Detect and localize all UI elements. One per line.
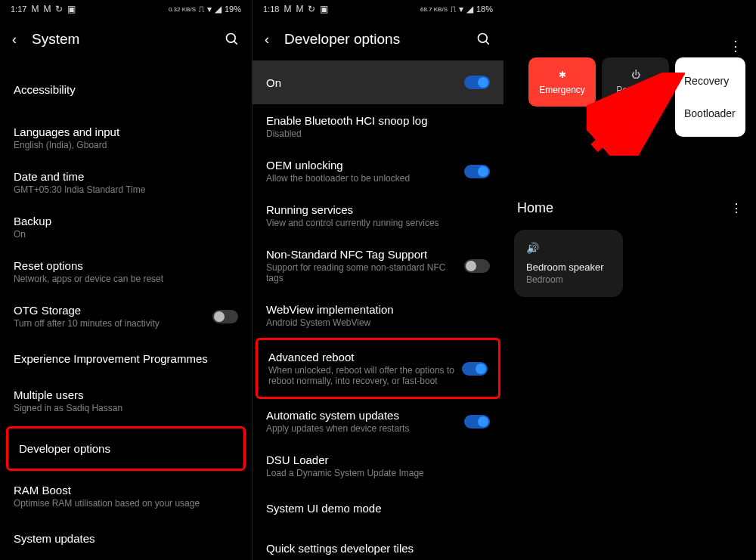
gmail-icon: M — [284, 4, 291, 14]
status-battery: 19% — [225, 5, 241, 14]
status-net: 68.7 KB/S — [420, 6, 448, 13]
developer-options-panel: 1:18 M M ↻ ▣ 68.7 KB/S ⎍ ▾ ◢ 18% ‹ Devel… — [252, 0, 503, 560]
row-ram-boost[interactable]: RAM Boost Optimise RAM utilisation based… — [0, 474, 252, 518]
system-settings-panel: 1:17 M M ↻ ▣ 0.32 KB/S ⎍ ▾ ◢ 19% ‹ Syste… — [0, 0, 252, 560]
oem-switch[interactable] — [464, 165, 490, 178]
page-title: System — [32, 31, 209, 48]
image-icon: ▣ — [320, 4, 328, 14]
svg-point-2 — [479, 34, 488, 43]
search-icon[interactable] — [225, 32, 240, 47]
svg-line-1 — [234, 42, 237, 45]
row-hci-snoop[interactable]: Enable Bluetooth HCI snoop log Disabled — [253, 104, 503, 149]
status-net: 0.32 KB/S — [169, 6, 196, 13]
row-otg-storage[interactable]: OTG Storage Turn off after 10 minutes of… — [0, 294, 252, 339]
row-auto-updates[interactable]: Automatic system updates Apply updates w… — [253, 399, 503, 444]
power-icon: ⏻ — [631, 70, 640, 80]
developer-master-switch[interactable]: On — [253, 60, 503, 104]
power-menu-row: ✱ Emergency ⏻ Power off Recovery Bootloa… — [503, 57, 745, 137]
nfc-switch[interactable] — [464, 259, 490, 273]
row-reset[interactable]: Reset options Network, apps or device ca… — [0, 249, 252, 294]
autoupdate-switch[interactable] — [464, 415, 490, 429]
svg-line-3 — [486, 42, 489, 45]
row-nfc-support[interactable]: Non-Standard NFC Tag Support Support for… — [253, 238, 503, 293]
row-system-updates[interactable]: System updates — [0, 518, 252, 555]
status-battery: 18% — [476, 5, 493, 14]
advanced-reboot-switch[interactable] — [462, 362, 488, 376]
status-bar: 1:17 M M ↻ ▣ 0.32 KB/S ⎍ ▾ ◢ 19% — [0, 0, 252, 18]
sync-icon: ↻ — [55, 4, 63, 14]
otg-switch[interactable] — [212, 310, 238, 323]
row-dsu-loader[interactable]: DSU Loader Load a Dynamic System Update … — [253, 444, 503, 488]
back-icon[interactable]: ‹ — [12, 32, 17, 48]
status-bar: 1:18 M M ↻ ▣ 68.7 KB/S ⎍ ▾ ◢ 18% — [253, 0, 503, 18]
row-running-services[interactable]: Running services View and control curren… — [253, 193, 503, 238]
power-menu-panel: ⋮ ✱ Emergency ⏻ Power off Recovery Bootl… — [503, 0, 756, 560]
sync-icon: ↻ — [308, 4, 315, 14]
row-accessibility[interactable]: Accessibility — [0, 60, 252, 116]
gmail-icon: M — [43, 4, 51, 14]
more-icon[interactable]: ⋮ — [730, 201, 742, 215]
row-webview[interactable]: WebView implementation Android System We… — [253, 293, 503, 338]
wifi-icon: ▾ — [459, 4, 463, 14]
lte-icon: ⎍ — [199, 4, 204, 14]
search-icon[interactable] — [476, 32, 491, 47]
reboot-bootloader[interactable]: Bootloader — [675, 104, 745, 122]
gmail-icon: M — [31, 4, 39, 14]
emergency-icon: ✱ — [559, 70, 566, 80]
speaker-icon: 🔊 — [526, 242, 611, 254]
row-date-time[interactable]: Date and time GMT+05:30 India Standard T… — [0, 160, 252, 205]
header: ‹ Developer options — [253, 18, 503, 60]
settings-list: Accessibility Languages and input Englis… — [0, 60, 252, 560]
wifi-icon: ▾ — [207, 4, 212, 14]
row-backup[interactable]: Backup On — [0, 205, 252, 249]
device-location: Bedroom — [526, 274, 611, 285]
reboot-menu: Recovery Bootloader — [675, 57, 745, 137]
device-card[interactable]: 🔊 Bedroom speaker Bedroom — [514, 230, 623, 297]
row-oem-unlock[interactable]: OEM unlocking Allow the bootloader to be… — [253, 149, 503, 193]
row-sysui-demo[interactable]: System UI demo mode — [253, 488, 503, 528]
lte-icon: ⎍ — [451, 4, 456, 14]
more-icon[interactable]: ⋮ — [729, 38, 742, 54]
status-time: 1:18 — [263, 5, 279, 14]
gmail-icon: M — [296, 4, 303, 14]
home-title: Home — [517, 200, 730, 216]
row-experience[interactable]: Experience Improvement Programmes — [0, 339, 252, 379]
page-title: Developer options — [284, 31, 461, 48]
developer-switch[interactable] — [464, 76, 490, 89]
row-qs-tiles[interactable]: Quick settings developer tiles — [253, 528, 503, 560]
emergency-button[interactable]: ✱ Emergency — [528, 57, 596, 107]
signal-icon: ◢ — [466, 4, 473, 14]
row-multiple-users[interactable]: Multiple users Signed in as Sadiq Hassan — [0, 379, 252, 423]
back-icon[interactable]: ‹ — [265, 32, 269, 48]
device-name: Bedroom speaker — [526, 261, 611, 273]
row-advanced-reboot[interactable]: Advanced reboot When unlocked, reboot wi… — [256, 338, 500, 399]
header: ‹ System — [0, 18, 252, 60]
svg-point-0 — [227, 34, 236, 43]
image-icon: ▣ — [67, 4, 76, 14]
signal-icon: ◢ — [215, 4, 222, 14]
row-languages[interactable]: Languages and input English (India), Gbo… — [0, 116, 252, 160]
home-section: Home ⋮ — [503, 200, 756, 216]
dev-list: Enable Bluetooth HCI snoop log Disabled … — [253, 104, 503, 560]
power-off-button[interactable]: ⏻ Power off — [602, 57, 669, 107]
reboot-recovery[interactable]: Recovery — [675, 72, 745, 90]
row-developer-options[interactable]: Developer options — [6, 426, 246, 471]
status-time: 1:17 — [11, 5, 26, 14]
